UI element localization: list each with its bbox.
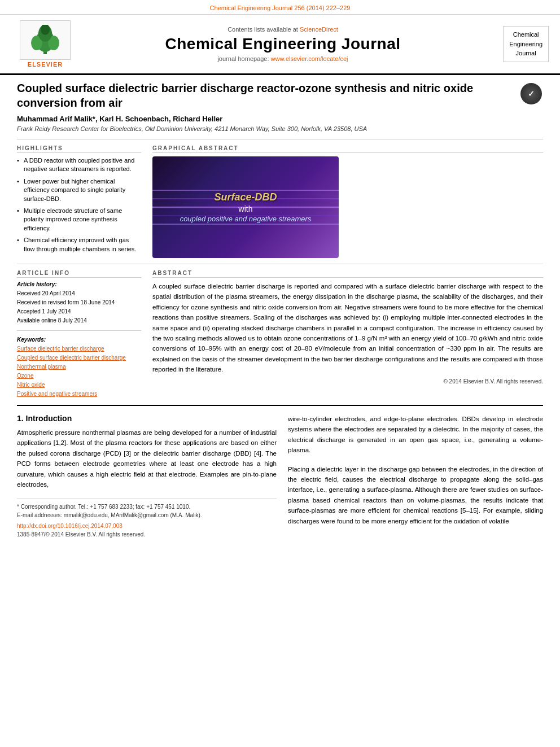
highlight-item-1: A DBD reactor with coupled positive and … [17,156,141,174]
graphical-abstract-label: GRAPHICAL ABSTRACT [152,145,543,153]
journal-homepage: journal homepage: www.elsevier.com/locat… [79,55,487,62]
highlight-item-2: Lower power but higher chemical efficien… [17,177,141,203]
crossmark-icon: ✓ [520,83,542,104]
journal-header: ELSEVIER Contents lists available at Sci… [0,15,560,75]
abstract-section: ABSTRACT A coupled surface dielectric ba… [152,270,543,399]
abstract-label: ABSTRACT [152,270,543,278]
article-info-abstract-section: ARTICLE INFO Article history: Received 2… [17,264,543,399]
elsevier-logo-section: ELSEVIER [11,20,79,68]
keyword-3[interactable]: Nonthermal plasma [17,363,141,371]
affiliation: Frank Reidy Research Center for Bioelect… [17,125,543,132]
elsevier-tree-svg [25,25,65,56]
history-label: Article history: [17,281,141,287]
highlights-list: A DBD reactor with coupled positive and … [17,156,141,254]
science-direct-link[interactable]: ScienceDirect [300,26,338,33]
received-revised-date: Received in revised form 18 June 2014 [17,299,141,307]
highlights-label: HIGHLIGHTS [17,145,141,153]
highlight-item-4: Chemical efficiency improved with gas fl… [17,236,141,254]
elsevier-logo-image [20,20,71,60]
accepted-date: Accepted 1 July 2014 [17,308,141,316]
elsevier-brand-text: ELSEVIER [28,61,63,68]
intro-paragraph-3: Placing a dielectric layer in the discha… [288,464,543,526]
divider [17,330,141,331]
keyword-2[interactable]: Coupled surface dielectric barrier disch… [17,354,141,362]
graphical-abstract-section: GRAPHICAL ABSTRACT [152,145,543,258]
intro-paragraph-2: wire-to-cylinder electrodes, and edge-to… [288,414,543,456]
keywords-section: Keywords: Surface dielectric barrier dis… [17,337,141,398]
ga-text-surface: Surface-DBD [214,191,277,203]
article-content: Coupled surface dielectric barrier disch… [0,75,560,550]
graphical-abstract-image: Surface-DBD with coupled positive and ne… [152,156,339,258]
issn-line: 1385-8947/© 2014 Elsevier B.V. All right… [17,530,277,539]
authors: Muhammad Arif Malik*, Karl H. Schoenbach… [17,115,543,123]
elsevier-logo: ELSEVIER [11,20,79,68]
ga-text-with: with [239,204,253,213]
article-info-label: ARTICLE INFO [17,270,141,278]
email-address: E-mail addresses: mmalik@odu.edu, MArifM… [17,511,277,519]
contents-label: Contents lists available at ScienceDirec… [79,26,487,33]
article-title: Coupled surface dielectric barrier disch… [17,81,515,110]
authors-text: Muhammad Arif Malik*, Karl H. Schoenbach… [17,115,222,123]
body-left-column: 1. Introduction Atmospheric pressure non… [17,414,277,539]
footnote-area: * Corresponding author. Tel.: +1 757 683… [17,499,277,539]
top-bar: Chemical Engineering Journal 256 (2014) … [0,0,560,15]
journal-title: Chemical Engineering Journal [79,35,487,53]
keyword-5[interactable]: Nitric oxide [17,381,141,389]
highlight-item-3: Multiple electrode structure of same pol… [17,207,141,233]
keyword-1[interactable]: Surface dielectric barrier discharge [17,345,141,353]
doi-link[interactable]: http://dx.doi.org/10.1016/j.cej.2014.07.… [17,522,277,530]
journal-logo-right-section: Chemical Engineering Journal [487,26,549,62]
received-date: Received 20 April 2014 [17,290,141,298]
journal-logo-right: Chemical Engineering Journal [503,26,549,62]
highlights-section: HIGHLIGHTS A DBD reactor with coupled po… [17,145,141,258]
available-date: Available online 8 July 2014 [17,317,141,325]
article-title-section: Coupled surface dielectric barrier disch… [17,81,543,110]
keywords-label: Keywords: [17,337,141,343]
journal-ref-link[interactable]: Chemical Engineering Journal 256 (2014) … [210,5,351,11]
highlights-graphical-section: HIGHLIGHTS A DBD reactor with coupled po… [17,139,543,258]
crossmark-badge[interactable]: ✓ [520,83,543,106]
body-right-column: wire-to-cylinder electrodes, and edge-to… [288,414,543,539]
keyword-4[interactable]: Ozone [17,372,141,380]
corresponding-author: * Corresponding author. Tel.: +1 757 683… [17,503,277,511]
article-history: Article history: Received 20 April 2014 … [17,281,141,325]
keyword-6[interactable]: Positive and negative streamers [17,390,141,398]
article-body: 1. Introduction Atmospheric pressure non… [17,405,543,539]
journal-header-center: Contents lists available at ScienceDirec… [79,26,487,62]
section-1-title: 1. Introduction [17,414,277,423]
homepage-link[interactable]: www.elsevier.com/locate/cej [271,55,348,62]
ga-text-coupled: coupled positive and negative streamers [174,215,317,223]
intro-paragraph-1: Atmospheric pressure nonthermal plasmas … [17,427,277,490]
copyright-line: © 2014 Elsevier B.V. All rights reserved… [152,378,543,385]
article-info-section: ARTICLE INFO Article history: Received 2… [17,270,141,399]
abstract-text: A coupled surface dielectric barrier dis… [152,281,543,375]
